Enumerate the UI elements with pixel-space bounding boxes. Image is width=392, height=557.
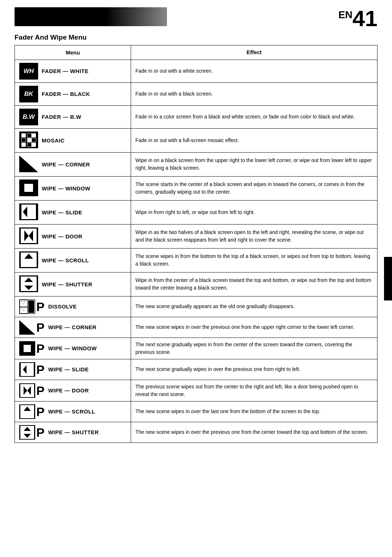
- table-row: P DISSOLVEThe new scene gradually appear…: [15, 296, 377, 317]
- menu-cell-wipe-shutter: WIPE — SHUTTER: [15, 272, 131, 296]
- effect-cell-p-wipe-shutter: The new scene wipes in over the previous…: [131, 422, 377, 443]
- svg-rect-43: [21, 363, 34, 376]
- menu-label-fader-black: FADER — BLACK: [42, 91, 90, 97]
- effect-cell-p-wipe-scroll: The new scene wipes in over the last one…: [131, 401, 377, 422]
- effect-cell-p-wipe-door: The previous scene wipes out from the ce…: [131, 380, 377, 401]
- menu-label-p-wipe-shutter: WIPE — SHUTTER: [48, 429, 99, 435]
- menu-cell-wipe-window: WIPE — WINDOW: [15, 176, 131, 200]
- svg-rect-35: [22, 303, 24, 304]
- menu-cell-p-wipe-slide: P WIPE — SLIDE: [15, 359, 131, 380]
- right-tab: [384, 257, 392, 300]
- menu-cell-p-wipe-window: P WIPE — WINDOW: [15, 338, 131, 359]
- table-row: P WIPE — SCROLLThe new scene wipes in ov…: [15, 401, 377, 422]
- menu-label-fader-bw: FADER — B.W: [42, 114, 81, 120]
- table-row: P WIPE — SLIDEThe next scene gradually w…: [15, 359, 377, 380]
- table-row: MOSAICFade in or out with a full-screen …: [15, 128, 377, 152]
- menu-icon-p-wipe-door: P: [19, 383, 45, 398]
- table-row: P WIPE — CORNERThe new scene wipes in ov…: [15, 317, 377, 338]
- menu-cell-mosaic: MOSAIC: [15, 128, 131, 152]
- menu-cell-fader-bw: B.WFADER — B.W: [15, 105, 131, 128]
- table-row: P WIPE — WINDOWThe next scene gradually …: [15, 338, 377, 359]
- svg-rect-8: [27, 143, 32, 147]
- effect-cell-p-dissolve: The new scene gradually appears as the o…: [131, 296, 377, 317]
- table-row: B.WFADER — B.WFade in to a color screen …: [15, 105, 377, 128]
- menu-label-p-wipe-corner: WIPE — CORNER: [48, 324, 97, 330]
- menu-icon-fader-bw: B.W: [19, 109, 38, 125]
- menu-icon-wipe-scroll: [19, 251, 38, 269]
- page-number: EN41: [338, 7, 377, 30]
- header-bar: [15, 7, 167, 26]
- menu-label-wipe-shutter: WIPE — SHUTTER: [42, 281, 93, 287]
- menu-label-wipe-window: WIPE — WINDOW: [42, 185, 90, 191]
- table-row: BKFADER — BLACKFade in or out with a bla…: [15, 82, 377, 105]
- menu-label-p-wipe-slide: WIPE — SLIDE: [48, 366, 89, 372]
- menu-icon-p-wipe-shutter: P: [19, 425, 45, 440]
- menu-cell-wipe-slide: WIPE — SLIDE: [15, 200, 131, 224]
- menu-cell-fader-black: BKFADER — BLACK: [15, 82, 131, 105]
- effect-cell-p-wipe-corner: The new scene wipes in over the previous…: [131, 317, 377, 338]
- svg-rect-6: [32, 138, 36, 142]
- menu-cell-wipe-scroll: WIPE — SCROLL: [15, 248, 131, 272]
- menu-label-wipe-scroll: WIPE — SCROLL: [42, 257, 89, 263]
- menu-label-p-wipe-window: WIPE — WINDOW: [48, 345, 97, 351]
- menu-cell-p-dissolve: P DISSOLVE: [15, 296, 131, 317]
- svg-rect-9: [32, 143, 36, 147]
- menu-label-wipe-corner: WIPE — CORNER: [42, 161, 90, 167]
- menu-label-mosaic: MOSAIC: [42, 137, 65, 144]
- table-row: WIPE — WINDOWThe scene starts in the cen…: [15, 176, 377, 200]
- svg-rect-33: [21, 301, 22, 302]
- effect-cell-wipe-slide: Wipe in from right to left, or wipe out …: [131, 200, 377, 224]
- menu-icon-wipe-shutter: [19, 275, 38, 293]
- table-row: WIPE — CORNERWipe in on a black screen f…: [15, 152, 377, 176]
- table-row: WHFADER — WHITEFade in or out with a whi…: [15, 60, 377, 82]
- menu-icon-p-wipe-corner: P: [19, 320, 45, 335]
- main-table: Menu Effect WHFADER — WHITEFade in or ou…: [15, 45, 377, 443]
- effect-cell-p-wipe-slide: The next scene gradually wipes in over t…: [131, 359, 377, 380]
- table-header-row: Menu Effect: [15, 45, 377, 60]
- menu-cell-p-wipe-door: P WIPE — DOOR: [15, 380, 131, 401]
- svg-rect-2: [27, 133, 32, 137]
- table-row: P WIPE — DOORThe previous scene wipes ou…: [15, 380, 377, 401]
- svg-rect-3: [32, 133, 36, 137]
- menu-icon-wipe-door: [19, 227, 38, 245]
- effect-cell-fader-bw: Fade in to a color screen from a black a…: [131, 105, 377, 128]
- page-header: EN41: [15, 7, 377, 30]
- svg-rect-1: [21, 133, 26, 137]
- svg-rect-32: [28, 300, 34, 313]
- page-title: Fader And Wipe Menu: [15, 33, 377, 41]
- menu-icon-fader-white: WH: [19, 63, 38, 80]
- menu-cell-p-wipe-scroll: P WIPE — SCROLL: [15, 401, 131, 422]
- svg-rect-37: [23, 310, 24, 311]
- svg-rect-4: [21, 138, 26, 142]
- col-header-menu: Menu: [15, 45, 131, 60]
- menu-icon-mosaic: [19, 132, 38, 149]
- menu-label-p-dissolve: DISSOLVE: [48, 303, 77, 310]
- menu-label-p-wipe-scroll: WIPE — SCROLL: [48, 408, 95, 415]
- effect-cell-fader-black: Fade in or out with a black screen.: [131, 82, 377, 105]
- effect-cell-wipe-window: The scene starts in the center of a blac…: [131, 176, 377, 200]
- page-number-prefix: EN: [338, 9, 352, 20]
- table-row: P WIPE — SHUTTERThe new scene wipes in o…: [15, 422, 377, 443]
- table-row: WIPE — SHUTTERWipe in from the center of…: [15, 272, 377, 296]
- effect-cell-fader-white: Fade in or out with a white screen.: [131, 60, 377, 82]
- table-row: WIPE — SLIDEWipe in from right to left, …: [15, 200, 377, 224]
- menu-icon-wipe-slide: [19, 203, 38, 221]
- svg-rect-34: [24, 301, 25, 302]
- effect-cell-wipe-shutter: Wipe in from the center of a black scree…: [131, 272, 377, 296]
- svg-rect-14: [24, 184, 33, 192]
- menu-label-fader-white: FADER — WHITE: [42, 68, 89, 74]
- table-row: WIPE — SCROLLThe scene wipes in from the…: [15, 248, 377, 272]
- svg-rect-5: [27, 138, 32, 142]
- effect-cell-wipe-scroll: The scene wipes in from the bottom to th…: [131, 248, 377, 272]
- menu-cell-p-wipe-corner: P WIPE — CORNER: [15, 317, 131, 338]
- menu-cell-fader-white: WHFADER — WHITE: [15, 60, 131, 82]
- menu-icon-p-wipe-window: P: [19, 341, 45, 356]
- svg-rect-36: [21, 308, 22, 309]
- menu-label-wipe-slide: WIPE — SLIDE: [42, 209, 82, 215]
- menu-cell-wipe-corner: WIPE — CORNER: [15, 152, 131, 176]
- menu-icon-p-dissolve: P: [19, 299, 45, 314]
- svg-rect-41: [24, 345, 31, 352]
- menu-label-p-wipe-door: WIPE — DOOR: [48, 387, 89, 393]
- menu-icon-p-wipe-scroll: P: [19, 404, 45, 419]
- menu-icon-wipe-corner: [19, 156, 38, 173]
